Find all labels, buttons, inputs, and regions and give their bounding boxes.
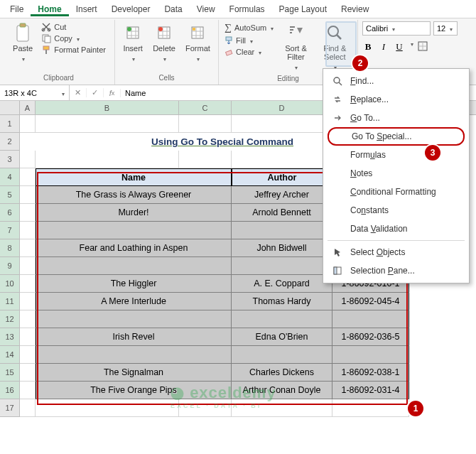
- menu-tab-insert[interactable]: Insert: [69, 2, 104, 16]
- table-cell[interactable]: John Bidwell: [232, 239, 332, 257]
- row-header-10[interactable]: 10: [0, 275, 20, 293]
- enter-formula-button[interactable]: ✓: [87, 88, 104, 97]
- table-cell[interactable]: 1-86092-036-5: [332, 328, 409, 346]
- row-header-6[interactable]: 6: [0, 204, 20, 222]
- table-cell[interactable]: [332, 346, 409, 364]
- select-all-corner[interactable]: [0, 101, 20, 114]
- clear-button[interactable]: Clear: [223, 47, 275, 57]
- col-header-A[interactable]: A: [20, 101, 36, 114]
- fx-button[interactable]: fx: [104, 89, 121, 97]
- cell[interactable]: [20, 328, 36, 346]
- table-cell[interactable]: [36, 310, 232, 328]
- cell[interactable]: [179, 151, 232, 168]
- underline-button[interactable]: U: [394, 41, 405, 53]
- sort-filter-button[interactable]: Sort & Filter: [279, 21, 312, 73]
- row-header-12[interactable]: 12: [0, 310, 20, 328]
- table-header[interactable]: Author: [232, 168, 332, 186]
- menu-item-selection-pane[interactable]: Selection Pane...: [323, 261, 469, 280]
- menu-item-go-to-special[interactable]: Go To Special...: [328, 127, 465, 146]
- cell[interactable]: [332, 399, 409, 417]
- delete-cells-button[interactable]: Delete: [150, 21, 178, 65]
- menu-item-constants[interactable]: Constants: [323, 201, 469, 220]
- table-cell[interactable]: The Grass is Always Greener: [36, 186, 232, 204]
- cell[interactable]: [232, 399, 332, 417]
- autosum-button[interactable]: ∑AutoSum: [223, 21, 275, 34]
- paste-button[interactable]: Paste: [10, 21, 36, 65]
- table-cell[interactable]: A. E. Coppard: [232, 275, 332, 293]
- menu-item-conditional-formatting[interactable]: Conditional Formatting: [323, 183, 469, 201]
- menu-item-notes[interactable]: Notes: [323, 164, 469, 183]
- menu-item-formulas[interactable]: Formulas: [323, 146, 469, 164]
- cell[interactable]: [20, 399, 36, 417]
- table-cell[interactable]: Murder!: [36, 204, 232, 222]
- row-header-3[interactable]: 3: [0, 151, 20, 168]
- cell[interactable]: [20, 293, 36, 310]
- table-cell[interactable]: A Mere Interlude: [36, 293, 232, 310]
- table-cell[interactable]: Jeffrey Archer: [232, 186, 332, 204]
- menu-tab-review[interactable]: Review: [334, 2, 376, 16]
- font-name-select[interactable]: Calibri: [362, 21, 431, 36]
- table-cell[interactable]: Thomas Hardy: [232, 293, 332, 310]
- table-cell[interactable]: [232, 222, 332, 239]
- table-cell[interactable]: Charles Dickens: [232, 364, 332, 382]
- col-header-B[interactable]: B: [36, 101, 179, 114]
- row-header-1[interactable]: 1: [0, 115, 20, 133]
- table-cell[interactable]: [332, 310, 409, 328]
- menu-item-select-objects[interactable]: Select Objects: [323, 243, 469, 261]
- cell[interactable]: [232, 115, 332, 133]
- name-box[interactable]: 13R x 4C: [0, 85, 70, 100]
- menu-tab-file[interactable]: File: [3, 2, 31, 16]
- menu-item-data-validation[interactable]: Data Validation: [323, 220, 469, 238]
- row-header-14[interactable]: 14: [0, 346, 20, 364]
- font-size-select[interactable]: 12: [433, 21, 458, 36]
- cut-button[interactable]: Cut: [40, 21, 107, 33]
- border-button[interactable]: [418, 41, 428, 53]
- cancel-formula-button[interactable]: ✕: [70, 88, 87, 97]
- col-header-C[interactable]: C: [179, 101, 232, 114]
- cell[interactable]: [20, 133, 36, 151]
- copy-button[interactable]: Copy: [40, 33, 107, 44]
- row-header-13[interactable]: 13: [0, 328, 20, 346]
- row-header-5[interactable]: 5: [0, 186, 20, 204]
- bold-button[interactable]: B: [362, 41, 374, 53]
- menu-item-find[interactable]: Find...: [323, 72, 469, 90]
- table-cell[interactable]: [232, 310, 332, 328]
- cell[interactable]: [20, 257, 36, 275]
- table-cell[interactable]: [36, 222, 232, 239]
- cell[interactable]: [20, 310, 36, 328]
- menu-item-replace[interactable]: Replace...: [323, 90, 469, 109]
- row-header-9[interactable]: 9: [0, 257, 20, 275]
- format-cells-button[interactable]: Format: [183, 21, 213, 65]
- row-header-15[interactable]: 15: [0, 364, 20, 382]
- cell[interactable]: [20, 186, 36, 204]
- cell[interactable]: [20, 151, 36, 168]
- row-header-17[interactable]: 17: [0, 399, 20, 417]
- format-painter-button[interactable]: Format Painter: [40, 44, 107, 55]
- table-cell[interactable]: [232, 346, 332, 364]
- menu-tab-developer[interactable]: Developer: [104, 2, 158, 16]
- table-cell[interactable]: The Higgler: [36, 275, 232, 293]
- cell[interactable]: [36, 151, 179, 168]
- table-cell[interactable]: 1-86092-038-1: [332, 364, 409, 382]
- fill-button[interactable]: Fill: [223, 36, 275, 45]
- menu-item-go-to[interactable]: Go To...: [323, 109, 469, 127]
- cell[interactable]: [20, 168, 36, 186]
- row-header-16[interactable]: 16: [0, 382, 20, 399]
- cell[interactable]: [179, 115, 232, 133]
- cell[interactable]: [179, 399, 232, 417]
- menu-tab-home[interactable]: Home: [31, 2, 68, 16]
- table-header[interactable]: Name: [36, 168, 232, 186]
- cell[interactable]: [20, 364, 36, 382]
- menu-tab-data[interactable]: Data: [157, 2, 189, 16]
- row-header-11[interactable]: 11: [0, 293, 20, 310]
- cell[interactable]: [232, 151, 332, 168]
- table-cell[interactable]: 1-86092-031-4: [332, 382, 409, 399]
- cell[interactable]: [20, 115, 36, 133]
- row-header-4[interactable]: 4: [0, 168, 20, 186]
- table-cell[interactable]: Arthur Conan Doyle: [232, 382, 332, 399]
- table-cell[interactable]: Irish Revel: [36, 328, 232, 346]
- menu-tab-view[interactable]: View: [190, 2, 222, 16]
- table-cell[interactable]: [36, 257, 232, 275]
- menu-tab-page-layout[interactable]: Page Layout: [272, 2, 334, 16]
- menu-tab-formulas[interactable]: Formulas: [222, 2, 272, 16]
